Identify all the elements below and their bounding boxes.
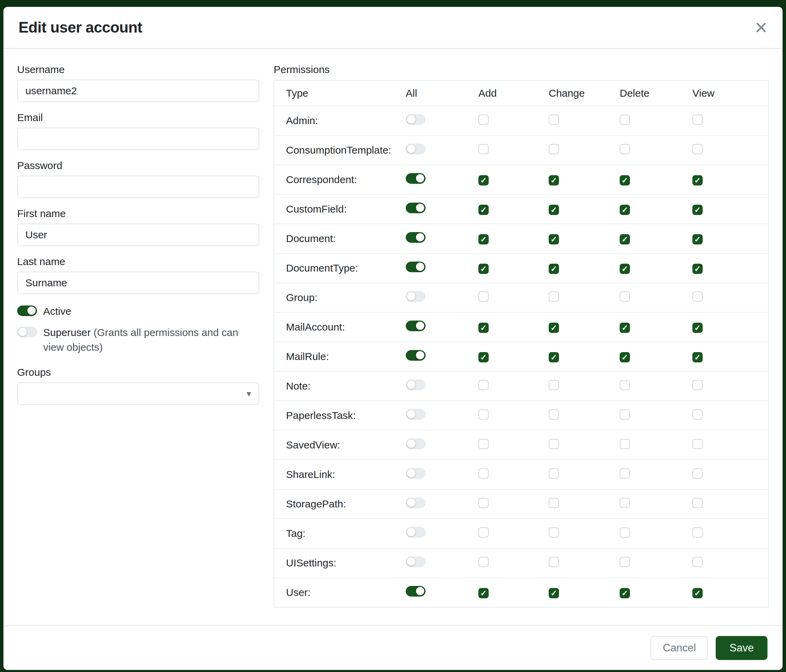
permission-view-checkbox[interactable]: ✓: [692, 352, 703, 363]
permission-delete-checkbox[interactable]: [620, 380, 630, 390]
permission-change-checkbox[interactable]: ✓: [549, 205, 559, 215]
permission-change-checkbox[interactable]: ✓: [549, 588, 559, 598]
permission-change-checkbox[interactable]: [549, 439, 559, 449]
permission-all-toggle[interactable]: [406, 380, 426, 390]
permission-view-checkbox[interactable]: [692, 468, 703, 479]
permission-add-checkbox[interactable]: [478, 409, 489, 420]
permission-change-checkbox[interactable]: [549, 380, 559, 390]
permission-delete-checkbox[interactable]: ✓: [620, 323, 630, 333]
permission-view-checkbox[interactable]: [692, 144, 703, 154]
permission-all-toggle[interactable]: [406, 586, 426, 597]
permission-view-checkbox[interactable]: ✓: [692, 205, 703, 215]
permission-add-checkbox[interactable]: [478, 557, 489, 567]
permission-add-checkbox[interactable]: ✓: [478, 175, 489, 185]
permission-delete-checkbox[interactable]: [620, 498, 630, 508]
permission-change-checkbox[interactable]: [549, 527, 559, 538]
permission-view-checkbox[interactable]: ✓: [692, 234, 703, 245]
permission-delete-checkbox[interactable]: [620, 115, 630, 125]
permission-add-checkbox[interactable]: [478, 439, 489, 449]
permission-change-checkbox[interactable]: ✓: [549, 264, 559, 274]
permission-all-toggle[interactable]: [406, 556, 426, 567]
permission-change-checkbox[interactable]: ✓: [549, 352, 559, 363]
permission-add-checkbox[interactable]: [478, 144, 489, 154]
permission-all-toggle[interactable]: [406, 438, 426, 449]
permission-row: CustomField: ✓ ✓ ✓ ✓: [274, 194, 768, 223]
permission-add-checkbox[interactable]: [478, 468, 489, 479]
permission-delete-checkbox[interactable]: ✓: [620, 264, 630, 274]
permission-view-checkbox[interactable]: [692, 291, 703, 302]
permission-delete-checkbox[interactable]: ✓: [620, 588, 630, 598]
username-input[interactable]: [17, 80, 259, 102]
permission-add-checkbox[interactable]: [478, 498, 489, 508]
permission-delete-checkbox[interactable]: ✓: [620, 352, 630, 363]
permission-all-toggle[interactable]: [406, 320, 426, 331]
permission-all-toggle[interactable]: [406, 232, 426, 243]
permission-delete-checkbox[interactable]: [620, 468, 630, 479]
permission-view-checkbox[interactable]: [692, 115, 703, 125]
permission-all-toggle[interactable]: [406, 468, 426, 479]
groups-select[interactable]: ▾: [17, 382, 259, 405]
first-name-label: First name: [17, 208, 259, 220]
permission-add-checkbox[interactable]: ✓: [478, 234, 489, 245]
permission-all-toggle[interactable]: [406, 291, 426, 302]
permission-change-checkbox[interactable]: [549, 115, 559, 125]
first-name-input[interactable]: [17, 223, 259, 246]
permission-all-toggle[interactable]: [406, 114, 426, 125]
permission-all-toggle[interactable]: [406, 409, 426, 420]
permission-row: Note:: [274, 371, 768, 400]
permission-all-toggle[interactable]: [406, 262, 426, 272]
permission-delete-checkbox[interactable]: [620, 557, 630, 567]
permission-change-checkbox[interactable]: [549, 291, 559, 302]
permission-delete-checkbox[interactable]: [620, 439, 630, 449]
permission-delete-checkbox[interactable]: ✓: [620, 175, 630, 185]
permission-all-toggle[interactable]: [406, 498, 426, 508]
superuser-toggle[interactable]: [17, 327, 37, 338]
permission-delete-checkbox[interactable]: [620, 291, 630, 302]
permission-delete-checkbox[interactable]: [620, 144, 630, 154]
permission-add-checkbox[interactable]: ✓: [478, 323, 489, 333]
permission-change-checkbox[interactable]: ✓: [549, 175, 559, 185]
permission-change-checkbox[interactable]: [549, 144, 559, 154]
permission-view-checkbox[interactable]: ✓: [692, 175, 703, 185]
close-icon[interactable]: ×: [755, 16, 767, 38]
permission-change-checkbox[interactable]: ✓: [549, 234, 559, 245]
permission-view-checkbox[interactable]: [692, 380, 703, 390]
permission-add-checkbox[interactable]: [478, 115, 489, 125]
permission-change-checkbox[interactable]: [549, 409, 559, 420]
permission-delete-checkbox[interactable]: [620, 527, 630, 538]
password-input[interactable]: [17, 176, 259, 198]
permission-add-checkbox[interactable]: ✓: [478, 352, 489, 363]
permission-all-toggle[interactable]: [406, 144, 426, 154]
permission-delete-checkbox[interactable]: ✓: [620, 234, 630, 245]
permission-view-checkbox[interactable]: [692, 557, 703, 567]
permission-delete-checkbox[interactable]: ✓: [620, 205, 630, 215]
permission-view-checkbox[interactable]: ✓: [692, 323, 703, 333]
permission-view-checkbox[interactable]: [692, 409, 703, 420]
cancel-button[interactable]: Cancel: [651, 636, 709, 660]
permission-all-toggle[interactable]: [406, 350, 426, 361]
permission-change-checkbox[interactable]: [549, 498, 559, 508]
email-input[interactable]: [17, 127, 259, 150]
permission-add-checkbox[interactable]: [478, 380, 489, 390]
permission-add-checkbox[interactable]: [478, 527, 489, 538]
active-toggle[interactable]: [17, 306, 37, 316]
permission-all-toggle[interactable]: [406, 527, 426, 538]
save-button[interactable]: Save: [716, 636, 767, 660]
permission-all-toggle[interactable]: [406, 173, 426, 184]
permission-add-checkbox[interactable]: ✓: [478, 264, 489, 274]
permission-view-checkbox[interactable]: [692, 527, 703, 538]
permission-delete-checkbox[interactable]: [620, 409, 630, 420]
permission-add-checkbox[interactable]: ✓: [478, 588, 489, 598]
permission-add-checkbox[interactable]: [478, 291, 489, 302]
permission-change-checkbox[interactable]: ✓: [549, 323, 559, 333]
last-name-input[interactable]: [17, 272, 259, 294]
permission-change-checkbox[interactable]: [549, 468, 559, 479]
permission-change-checkbox[interactable]: [549, 557, 559, 567]
permission-view-checkbox[interactable]: [692, 498, 703, 508]
permission-view-checkbox[interactable]: ✓: [692, 264, 703, 274]
permission-view-checkbox[interactable]: [692, 439, 703, 449]
permission-add-checkbox[interactable]: ✓: [478, 205, 489, 215]
permission-all-toggle[interactable]: [406, 203, 426, 213]
permission-view-checkbox[interactable]: ✓: [692, 588, 703, 598]
permission-row: StoragePath:: [274, 489, 768, 518]
